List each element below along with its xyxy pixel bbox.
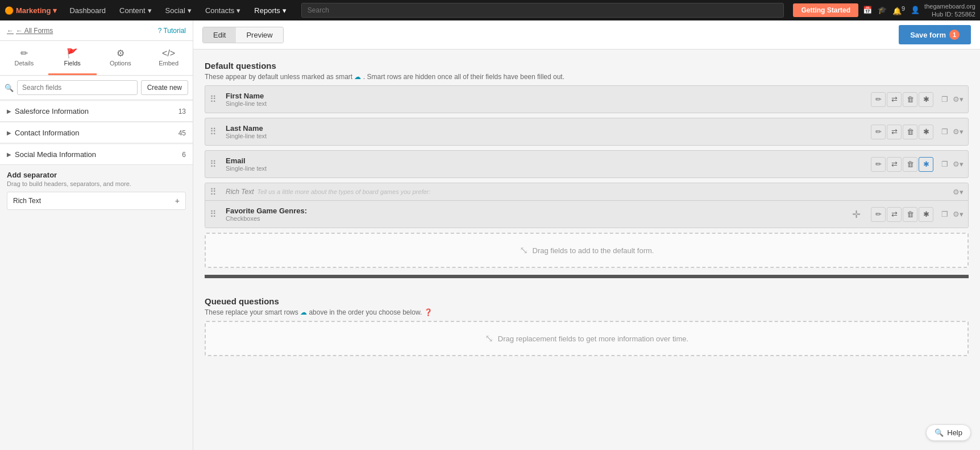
field-name-email: Email	[226, 156, 863, 165]
salesforce-count: 13	[178, 108, 186, 115]
table-row: ⠿ Rich Text Tell us a little more about …	[205, 183, 968, 200]
help-button[interactable]: 🔍 Help	[926, 424, 971, 441]
delete-field-last-button[interactable]: 🗑	[903, 125, 917, 139]
nav-right-area: Getting Started 📅 🎓 🔔9 👤 thegameboard.or…	[793, 2, 975, 19]
sidebar-item-social[interactable]: ▶ Social Media Information 6	[0, 145, 193, 165]
form-toolbar: Edit Preview Save form 1	[193, 20, 980, 49]
brand-logo[interactable]: 🟠 Marketing ▾	[5, 6, 57, 15]
drag-handle-genres[interactable]: ⠿	[205, 201, 221, 228]
rich-text-field-label: Rich Text	[226, 188, 254, 196]
default-questions-desc: These appear by default unless marked as…	[205, 73, 969, 81]
settings-field-email-button[interactable]: ⚙▾	[950, 159, 966, 170]
default-questions-header: Default questions These appear by defaul…	[193, 49, 980, 85]
edit-field-last-button[interactable]: ✏	[871, 125, 886, 139]
edit-button[interactable]: Edit	[203, 27, 236, 43]
rich-text-item[interactable]: Rich Text +	[7, 192, 186, 210]
copy-field-last-button[interactable]: ❐	[939, 126, 950, 137]
tab-details[interactable]: ✏ Details	[0, 41, 48, 75]
field-actions-genres: ✏ ⇄ 🗑 ✱	[867, 201, 937, 228]
nav-dashboard[interactable]: Dashboard	[64, 0, 111, 20]
calendar-icon[interactable]: 📅	[863, 6, 872, 14]
sidebar-item-salesforce[interactable]: ▶ Salesforce Information 13	[0, 101, 193, 122]
field-name-first: First Name	[226, 92, 863, 100]
transfer-field-email-button[interactable]: ⇄	[887, 157, 902, 172]
tab-details-label: Details	[15, 60, 34, 67]
drop-zone-icon: ⤡	[520, 244, 528, 257]
copy-field-genres-button[interactable]: ❐	[939, 209, 950, 220]
tab-fields[interactable]: 🚩 Fields	[48, 41, 97, 75]
search-help-icon: 🔍	[935, 428, 944, 437]
transfer-field-first-button[interactable]: ⇄	[887, 92, 902, 107]
account-domain: thegameboard.org	[924, 2, 975, 10]
nav-contacts[interactable]: Contacts ▾	[200, 0, 246, 20]
rich-text-placeholder: Tell us a little more about the types of…	[258, 188, 431, 195]
drop-zone-text: Drag fields to add to the default form.	[533, 246, 654, 255]
nav-icons-group: 📅 🎓 🔔9 👤	[863, 5, 920, 15]
drag-handle-last-name[interactable]: ⠿	[205, 118, 221, 145]
table-row: ⠿ First Name Single-line text ✏ ⇄ 🗑 ✱ ❐ …	[205, 85, 969, 113]
table-row: ⠿ Last Name Single-line text ✏ ⇄ 🗑 ✱ ❐ ⚙…	[205, 118, 969, 146]
search-fields-input[interactable]	[17, 80, 138, 95]
social-count: 6	[182, 151, 186, 159]
smart-link[interactable]: ☁	[354, 73, 361, 81]
field-content-first-name: First Name Single-line text	[221, 86, 867, 113]
nav-reports[interactable]: Reports ▾	[248, 0, 292, 20]
social-label: Social Media Information	[15, 150, 182, 159]
save-form-button[interactable]: Save form 1	[899, 25, 971, 44]
copy-field-email-button[interactable]: ❐	[939, 159, 950, 170]
settings-field-last-button[interactable]: ⚙▾	[950, 126, 966, 137]
all-forms-breadcrumb[interactable]: ← ← All Forms	[7, 27, 53, 35]
fields-icon: 🚩	[67, 48, 78, 59]
queued-help-icon[interactable]: ❓	[424, 308, 433, 316]
settings-rich-text-button[interactable]: ⚙▾	[950, 187, 966, 197]
preview-button[interactable]: Preview	[236, 27, 283, 43]
brand-arrow: ▾	[53, 6, 57, 15]
contact-label: Contact Information	[15, 129, 178, 137]
copy-field-first-button[interactable]: ❐	[939, 94, 950, 105]
delete-field-email-button[interactable]: 🗑	[903, 157, 917, 172]
required-field-email-button[interactable]: ✱	[919, 157, 933, 172]
nav-content[interactable]: Content ▾	[114, 0, 157, 20]
required-field-genres-button[interactable]: ✱	[919, 207, 933, 222]
drop-zone-default: ⤡ Drag fields to add to the default form…	[205, 233, 969, 268]
nav-social[interactable]: Social ▾	[160, 0, 197, 20]
sidebar-item-contact[interactable]: ▶ Contact Information 45	[0, 123, 193, 143]
required-field-last-button[interactable]: ✱	[919, 125, 933, 139]
field-actions-first: ✏ ⇄ 🗑 ✱	[867, 86, 937, 113]
required-field-first-button[interactable]: ✱	[919, 92, 933, 107]
field-content-email: Email Single-line text	[221, 151, 867, 177]
queued-smart-link[interactable]: ☁	[300, 308, 307, 316]
tab-options[interactable]: ⚙ Options	[97, 41, 145, 75]
drag-handle-first-name[interactable]: ⠿	[205, 86, 221, 113]
nav-search-input[interactable]	[301, 3, 784, 18]
queued-drop-zone-icon: ⤡	[485, 332, 493, 345]
sidebar-tabs: ✏ Details 🚩 Fields ⚙ Options </> Embed	[0, 41, 193, 76]
transfer-field-genres-button[interactable]: ⇄	[887, 207, 902, 222]
settings-field-genres-button[interactable]: ⚙▾	[950, 209, 966, 220]
edit-preview-toggle: Edit Preview	[202, 27, 284, 43]
user-avatar[interactable]: 👤	[911, 6, 920, 14]
getting-started-button[interactable]: Getting Started	[793, 3, 858, 17]
sidebar-subheader: ← ← All Forms ? Tutorial	[0, 20, 193, 41]
tab-embed[interactable]: </> Embed	[144, 41, 193, 75]
edit-field-email-button[interactable]: ✏	[871, 157, 886, 172]
rich-text-content: Rich Text Tell us a little more about th…	[221, 183, 948, 200]
tab-fields-label: Fields	[64, 60, 80, 67]
delete-field-genres-button[interactable]: 🗑	[903, 207, 917, 222]
edit-field-first-button[interactable]: ✏	[871, 92, 886, 107]
delete-field-first-button[interactable]: 🗑	[903, 92, 917, 107]
drag-handle-rich-text[interactable]: ⠿	[205, 183, 221, 200]
create-new-button[interactable]: Create new	[141, 80, 188, 95]
queued-questions-header: Queued questions These replace your smar…	[193, 285, 980, 321]
notifications-icon[interactable]: 🔔9	[892, 5, 905, 15]
separator-bar	[205, 275, 969, 278]
field-type-genres: Checkboxes	[226, 215, 841, 222]
tutorial-link[interactable]: ? Tutorial	[158, 27, 186, 35]
search-icon: 🔍	[5, 84, 14, 92]
transfer-field-last-button[interactable]: ⇄	[887, 125, 902, 139]
academy-icon[interactable]: 🎓	[878, 6, 887, 14]
hubspot-icon: 🟠	[5, 6, 14, 15]
settings-field-first-button[interactable]: ⚙▾	[950, 94, 966, 105]
edit-field-genres-button[interactable]: ✏	[871, 207, 886, 222]
drag-handle-email[interactable]: ⠿	[205, 151, 221, 177]
